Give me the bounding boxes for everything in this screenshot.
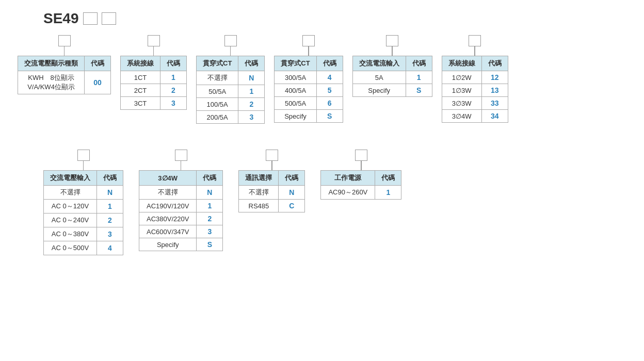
- connector-box-ac-voltage-display: [58, 35, 71, 46]
- table-cell-2-0: 100/5A: [197, 98, 238, 111]
- connector-line-system-connection-1: [153, 46, 154, 56]
- table-through-ct-1: 貫穿式CT代碼不選擇N50/5A1100/5A2200/5A3: [196, 56, 265, 124]
- table-block-ac-current-input: 交流電流輸入代碼5A1SpecifyS: [352, 35, 432, 97]
- table-block-ac-voltage-display: 交流電壓顯示種類代碼KWH 8位顯示V/A/KW4位顯示00: [18, 35, 111, 94]
- table-cell-2-1: 33: [481, 97, 508, 110]
- col-header-0: 工作電源: [321, 171, 375, 186]
- table-three-phase-4w: 3∅4W代碼不選擇NAC190V/120V1AC380V/220V2AC600V…: [139, 170, 223, 251]
- table-cell-0-1: 00: [85, 71, 111, 94]
- table-cell-0-0: 1CT: [121, 71, 160, 84]
- table-system-connection-2: 系統接線代碼1∅2W121∅3W133∅3W333∅4W34: [442, 56, 508, 123]
- table-cell-2-0: AC 0～240V: [44, 214, 97, 227]
- col-header-0: 交流電流輸入: [352, 56, 406, 71]
- table-cell-1-1: 5: [316, 84, 343, 97]
- connector-box-system-connection-2: [469, 35, 481, 46]
- table-cell-0-0: 不選擇: [44, 186, 97, 200]
- table-cell-4-1: 4: [97, 241, 123, 255]
- table-row: AC90～260V1: [321, 186, 401, 200]
- connector-box-ac-current-input: [386, 35, 398, 46]
- table-cell-1-0: 2CT: [121, 84, 160, 97]
- table-cell-4-0: Specify: [139, 238, 197, 251]
- table-cell-0-1: 1: [375, 186, 401, 200]
- connector-box-through-ct-1: [224, 35, 237, 46]
- table-cell-0-1: N: [97, 186, 123, 200]
- table-row: 1∅2W12: [442, 71, 508, 84]
- table-cell-0-1: 1: [160, 71, 187, 84]
- table-row: 1∅3W13: [442, 84, 508, 97]
- table-block-through-ct-1: 貫穿式CT代碼不選擇N50/5A1100/5A2200/5A3: [196, 35, 265, 124]
- table-cell-1-1: 1: [97, 200, 123, 214]
- table-row: 500/5A6: [275, 97, 343, 110]
- col-header-0: 交流電壓輸入: [44, 171, 97, 186]
- table-row: 不選擇N: [139, 186, 223, 200]
- table-row: SpecifyS: [139, 238, 223, 251]
- table-cell-3-0: Specify: [275, 110, 316, 123]
- connector-line-through-ct-2: [308, 46, 309, 56]
- table-row: AC 0～120V1: [44, 200, 123, 214]
- connector-line-ac-voltage-input: [83, 161, 84, 170]
- table-cell-3-0: 200/5A: [197, 111, 238, 124]
- col-header-1: 代碼: [316, 56, 343, 71]
- row-1: 交流電壓顯示種類代碼KWH 8位顯示V/A/KW4位顯示00系統接線代碼1CT1…: [12, 35, 632, 124]
- table-cell-0-0: 不選擇: [197, 71, 238, 85]
- table-cell-2-1: 2: [197, 212, 223, 225]
- table-power-supply: 工作電源代碼AC90～260V1: [320, 170, 401, 200]
- col-header-1: 代碼: [406, 56, 432, 71]
- table-cell-3-1: 3: [197, 225, 223, 238]
- table-cell-2-1: 2: [97, 214, 123, 227]
- connector-line-through-ct-1: [230, 46, 231, 56]
- table-cell-2-1: 3: [160, 97, 187, 110]
- table-cell-0-0: 不選擇: [239, 186, 279, 200]
- table-cell-2-0: 500/5A: [275, 97, 316, 110]
- table-cell-0-1: 12: [481, 71, 508, 84]
- table-row: 400/5A5: [275, 84, 343, 97]
- table-cell-1-0: 400/5A: [275, 84, 316, 97]
- table-cell-3-1: 3: [238, 111, 265, 124]
- model-title: SE49: [43, 10, 79, 27]
- table-cell-2-0: 3CT: [121, 97, 160, 110]
- col-header-1: 代碼: [481, 56, 508, 71]
- table-block-system-connection-2: 系統接線代碼1∅2W121∅3W133∅3W333∅4W34: [442, 35, 508, 123]
- table-cell-1-0: 1∅3W: [442, 84, 481, 97]
- col-header-0: 3∅4W: [139, 171, 197, 186]
- table-cell-4-1: S: [197, 238, 223, 251]
- table-cell-1-0: 50/5A: [197, 85, 238, 98]
- row-2: 交流電壓輸入代碼不選擇NAC 0～120V1AC 0～240V2AC 0～380…: [12, 150, 632, 255]
- table-block-ac-voltage-input: 交流電壓輸入代碼不選擇NAC 0～120V1AC 0～240V2AC 0～380…: [43, 150, 123, 255]
- table-row: 不選擇N: [239, 186, 305, 200]
- table-cell-1-0: AC 0～120V: [44, 200, 97, 214]
- table-block-three-phase-4w: 3∅4W代碼不選擇NAC190V/120V1AC380V/220V2AC600V…: [139, 150, 223, 251]
- table-block-power-supply: 工作電源代碼AC90～260V1: [320, 150, 401, 200]
- table-row: 300/5A4: [275, 71, 343, 84]
- table-row: RS485C: [239, 200, 305, 212]
- table-cell-0-0: KWH 8位顯示V/A/KW4位顯示: [18, 71, 85, 94]
- table-row: 2CT2: [121, 84, 187, 97]
- col-header-0: 交流電壓顯示種類: [18, 56, 85, 71]
- col-header-0: 貫穿式CT: [197, 56, 238, 71]
- table-cell-1-1: 13: [481, 84, 508, 97]
- table-ac-voltage-input: 交流電壓輸入代碼不選擇NAC 0～120V1AC 0～240V2AC 0～380…: [43, 170, 123, 255]
- table-through-ct-2: 貫穿式CT代碼300/5A4400/5A5500/5A6SpecifyS: [274, 56, 343, 123]
- table-cell-3-1: 3: [97, 227, 123, 241]
- table-block-system-connection-1: 系統接線代碼1CT12CT23CT3: [120, 35, 187, 110]
- table-row: 3∅3W33: [442, 97, 508, 110]
- table-cell-0-1: N: [197, 186, 223, 200]
- col-header-0: 貫穿式CT: [275, 56, 316, 71]
- connector-box-power-supply: [355, 150, 367, 161]
- table-row: SpecifyS: [275, 110, 343, 123]
- connector-box-ac-voltage-input: [77, 150, 90, 161]
- model-box-2: [102, 12, 116, 25]
- col-header-0: 系統接線: [121, 56, 160, 71]
- col-header-1: 代碼: [160, 56, 187, 71]
- table-cell-1-1: 2: [160, 84, 187, 97]
- table-cell-1-0: RS485: [239, 200, 279, 212]
- connector-box-three-phase-4w: [175, 150, 187, 161]
- connector-box-system-connection-1: [148, 35, 160, 46]
- model-header: SE49: [12, 10, 632, 27]
- table-row: 50/5A1: [197, 85, 265, 98]
- table-block-through-ct-2: 貫穿式CT代碼300/5A4400/5A5500/5A6SpecifyS: [274, 35, 343, 123]
- table-cell-0-1: 1: [406, 71, 432, 84]
- table-cell-3-1: S: [316, 110, 343, 123]
- table-cell-0-0: AC90～260V: [321, 186, 375, 200]
- connector-line-ac-voltage-display: [64, 46, 65, 56]
